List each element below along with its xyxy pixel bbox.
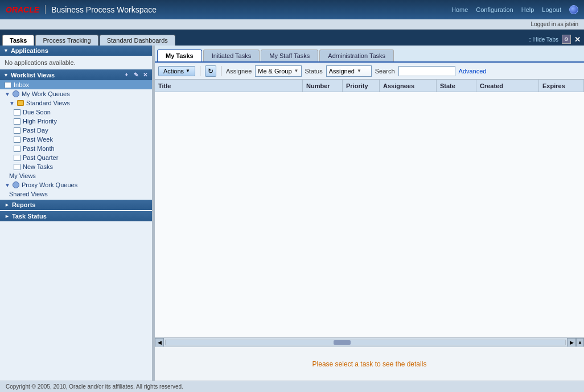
details-area: Please select a task to see the details: [155, 346, 584, 381]
my-views-item[interactable]: My Views: [0, 171, 152, 180]
col-number-header[interactable]: Number: [303, 80, 343, 92]
my-work-queues-icon: [13, 90, 19, 97]
main-tabs-left: Tasks Process Tracking Standard Dashboar…: [2, 35, 176, 46]
worklist-edit-icon[interactable]: ✎: [132, 71, 139, 79]
col-created-header[interactable]: Created: [476, 80, 539, 92]
past-day-label: Past Day: [23, 127, 48, 134]
past-quarter-label: Past Quarter: [23, 154, 58, 161]
new-tasks-label: New Tasks: [23, 163, 53, 170]
tab-administration-tasks[interactable]: Administration Tasks: [319, 49, 394, 61]
my-views-label: My Views: [9, 172, 36, 179]
toolbar-sep-1: [200, 66, 200, 76]
my-work-queues-item[interactable]: ▼ My Work Queues: [0, 89, 152, 98]
tab-bar-right: :: Hide Tabs ⚙ ✕: [528, 35, 584, 46]
status-label: Status: [305, 68, 323, 75]
worklist-views-label: Worklist Views: [11, 72, 55, 79]
col-state-header[interactable]: State: [437, 80, 476, 92]
assignee-value: Me & Group: [258, 68, 291, 75]
home-link[interactable]: Home: [451, 6, 468, 13]
my-work-queues-collapse: ▼: [5, 91, 10, 97]
tab-settings-icon[interactable]: ⚙: [562, 35, 571, 44]
main-tab-bar: Tasks Process Tracking Standard Dashboar…: [0, 30, 584, 46]
worklist-collapse-arrow: ▼: [3, 72, 9, 78]
status-select[interactable]: Assigned ▼: [326, 65, 372, 77]
worklist-delete-icon[interactable]: ✕: [141, 71, 149, 79]
advanced-link[interactable]: Advanced: [459, 68, 487, 75]
logo-divider: [45, 5, 46, 14]
inbox-item[interactable]: Inbox: [0, 80, 152, 89]
help-link[interactable]: Help: [521, 6, 534, 13]
reports-label: Reports: [12, 201, 36, 208]
applications-label: Applications: [11, 47, 48, 54]
assignee-select[interactable]: Me & Group ▼: [255, 65, 301, 77]
tab-standard-dashboards[interactable]: Standard Dashboards: [100, 35, 175, 46]
standard-views-item[interactable]: ▼ Standard Views: [0, 98, 152, 108]
assignee-label: Assignee: [226, 68, 252, 75]
reports-header[interactable]: ► Reports: [0, 200, 152, 210]
h-scroll-right-btn[interactable]: ▶: [567, 338, 576, 347]
search-label: Search: [375, 68, 395, 75]
task-status-header[interactable]: ► Task Status: [0, 211, 152, 221]
proxy-work-queues-label: Proxy Work Queues: [22, 181, 77, 188]
past-day-item[interactable]: Past Day: [0, 126, 152, 135]
past-quarter-item[interactable]: Past Quarter: [0, 153, 152, 162]
applications-header[interactable]: ▼ Applications: [0, 46, 152, 56]
h-scroll-left-btn[interactable]: ◀: [155, 338, 164, 347]
past-quarter-icon: [14, 155, 20, 161]
task-status-collapse-arrow: ►: [5, 213, 10, 219]
h-scroll-track[interactable]: [165, 340, 566, 345]
task-table-header: Title Number Priority Assignees State Cr…: [155, 80, 584, 92]
past-month-item[interactable]: Past Month: [0, 144, 152, 153]
high-priority-item[interactable]: High Priority: [0, 117, 152, 126]
logout-link[interactable]: Logout: [542, 6, 561, 13]
worklist-views-header[interactable]: ▼ Worklist Views + ✎ ✕: [0, 69, 152, 80]
col-title-header[interactable]: Title: [155, 80, 303, 92]
assignee-select-arrow: ▼: [294, 68, 299, 73]
configuration-link[interactable]: Configuration: [476, 6, 513, 13]
new-tasks-item[interactable]: New Tasks: [0, 162, 152, 171]
task-list-area: [155, 92, 584, 337]
tab-my-tasks[interactable]: My Tasks: [157, 49, 202, 61]
v-scroll-small-btn[interactable]: ▲: [576, 338, 584, 347]
copyright-text: Copyright © 2005, 2010, Oracle and/or it…: [6, 383, 183, 390]
new-tasks-icon: [14, 164, 20, 170]
proxy-work-queues-item[interactable]: ▼ Proxy Work Queues: [0, 180, 152, 189]
due-soon-item[interactable]: Due Soon: [0, 108, 152, 117]
shared-views-label: Shared Views: [9, 191, 48, 197]
col-priority-header[interactable]: Priority: [343, 80, 380, 92]
col-expires-header[interactable]: Expires: [539, 80, 584, 92]
top-nav: Home Configuration Help Logout: [451, 5, 578, 14]
tab-process-tracking[interactable]: Process Tracking: [35, 35, 98, 46]
tab-tasks[interactable]: Tasks: [2, 35, 34, 46]
standard-views-icon: [17, 100, 24, 106]
actions-button[interactable]: Actions ▼: [158, 66, 195, 76]
status-value: Assigned: [329, 68, 355, 75]
hide-tabs-link[interactable]: :: Hide Tabs: [528, 36, 558, 43]
content-tabs: My Tasks Initiated Tasks My Staff Tasks …: [155, 46, 584, 63]
high-priority-label: High Priority: [23, 118, 57, 125]
reports-collapse-arrow: ►: [5, 202, 10, 208]
logged-in-bar: Logged in as jstein: [0, 19, 584, 30]
past-week-item[interactable]: Past Week: [0, 135, 152, 144]
worklist-add-icon[interactable]: +: [123, 71, 130, 79]
worklist-action-icons: + ✎ ✕: [123, 71, 149, 79]
tab-my-staff-tasks[interactable]: My Staff Tasks: [261, 49, 318, 61]
toolbar-sep-2: [221, 66, 221, 76]
tab-initiated-tasks[interactable]: Initiated Tasks: [203, 49, 260, 61]
inbox-label: Inbox: [14, 81, 29, 88]
shared-views-item[interactable]: Shared Views: [0, 189, 152, 199]
close-tabs-icon[interactable]: ✕: [574, 35, 581, 44]
content-area: My Tasks Initiated Tasks My Staff Tasks …: [155, 46, 584, 381]
past-day-icon: [14, 127, 20, 134]
app-title: Business Process Workspace: [51, 5, 157, 14]
h-scroll-thumb[interactable]: [334, 340, 351, 345]
col-assignees-header[interactable]: Assignees: [380, 80, 437, 92]
past-month-icon: [14, 146, 20, 152]
refresh-button[interactable]: ↻: [205, 65, 216, 77]
worklist-header-left: ▼ Worklist Views: [3, 72, 55, 79]
actions-dropdown-arrow: ▼: [186, 68, 190, 73]
footer: Copyright © 2005, 2010, Oracle and/or it…: [0, 381, 584, 392]
search-input[interactable]: [398, 66, 455, 76]
applications-content: No applications available.: [0, 56, 152, 69]
horizontal-scrollbar[interactable]: ◀ ▶ ▲: [155, 337, 584, 346]
